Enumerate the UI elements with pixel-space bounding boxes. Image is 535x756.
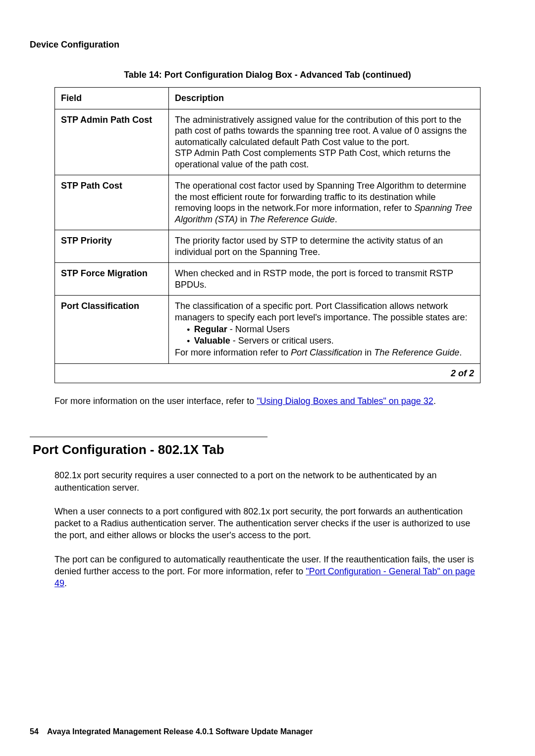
bullet-rest: - Normal Users (227, 324, 290, 334)
cell-field: STP Path Cost (55, 175, 169, 230)
desc-text: The classification of a specific port. P… (175, 301, 467, 322)
table-row: STP Path Cost The operational cost facto… (55, 175, 481, 230)
desc-text: . (335, 214, 337, 224)
bullet-bold: Valuable (194, 336, 230, 346)
desc-text: in (362, 348, 374, 357)
body-paragraph: 802.1x port security requires a user con… (54, 469, 481, 494)
table-row: STP Priority The priority factor used by… (55, 230, 481, 263)
list-item: Valuable - Servers or critical users. (187, 335, 474, 347)
table-caption: Table 14: Port Configuration Dialog Box … (54, 70, 481, 80)
cell-description: The priority factor used by STP to deter… (169, 230, 481, 263)
desc-em: The Reference Guide (374, 348, 459, 357)
text: . (64, 578, 67, 588)
body-paragraph: For more information on the user interfa… (54, 395, 481, 407)
desc-em: Port Classification (291, 348, 362, 357)
cell-field: STP Priority (55, 230, 169, 263)
desc-text: For more information refer to (175, 348, 291, 357)
bullet-list: Regular - Normal Users Valuable - Server… (175, 324, 474, 346)
page-header: Device Configuration (30, 40, 505, 50)
desc-text: The administratively assigned value for … (175, 115, 467, 147)
desc-em: The Reference Guide (250, 214, 335, 224)
bullet-bold: Regular (194, 324, 227, 334)
footer-title: Avaya Integrated Management Release 4.0.… (47, 727, 313, 736)
xref-link[interactable]: "Using Dialog Boxes and Tables" on page … (257, 396, 433, 406)
page-number: 54 (30, 727, 39, 736)
desc-text: in (238, 214, 250, 224)
cell-field: STP Admin Path Cost (55, 109, 169, 175)
text: For more information on the user interfa… (54, 396, 257, 406)
list-item: Regular - Normal Users (187, 324, 474, 335)
cell-description: The operational cost factor used by Span… (169, 175, 481, 230)
cell-field: Port Classification (55, 296, 169, 364)
text: . (433, 396, 436, 406)
table-pagecount-row: 2 of 2 (55, 363, 481, 383)
desc-text: . (459, 348, 462, 357)
bullet-rest: - Servers or critical users. (230, 336, 334, 346)
config-table: Field Description STP Admin Path Cost Th… (54, 87, 481, 383)
table-row: Port Classification The classification o… (55, 296, 481, 364)
cell-description: The classification of a specific port. P… (169, 296, 481, 364)
table-row: STP Admin Path Cost The administratively… (55, 109, 481, 175)
section-heading: Port Configuration - 802.1X Tab (33, 442, 505, 457)
table-row: STP Force Migration When checked and in … (55, 263, 481, 296)
col-description: Description (169, 88, 481, 109)
cell-field: STP Force Migration (55, 263, 169, 296)
desc-text: STP Admin Path Cost complements STP Path… (175, 148, 451, 169)
section-divider (30, 437, 268, 437)
table-header-row: Field Description (55, 88, 481, 109)
page-footer: 54 Avaya Integrated Management Release 4… (30, 727, 313, 736)
cell-description: When checked and in RSTP mode, the port … (169, 263, 481, 296)
body-paragraph: When a user connects to a port configure… (54, 505, 481, 542)
col-field: Field (55, 88, 169, 109)
cell-description: The administratively assigned value for … (169, 109, 481, 175)
pagecount: 2 of 2 (55, 363, 481, 383)
body-paragraph: The port can be configured to automatica… (54, 554, 481, 590)
